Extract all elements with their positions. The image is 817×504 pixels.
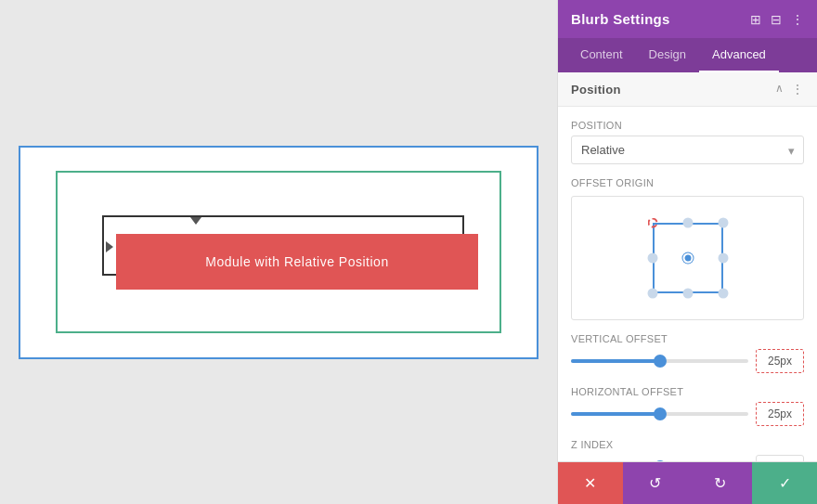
arrow-down-icon	[190, 217, 201, 225]
right-panel: Blurb Settings ⊞ ⊟ ⋮ Content Design Adva…	[557, 0, 817, 504]
columns-icon[interactable]: ⊟	[771, 12, 782, 27]
vertical-offset-track[interactable]	[571, 359, 748, 363]
section-header: Position ∧ ⋮	[558, 72, 817, 107]
arrow-right-icon	[106, 241, 113, 252]
canvas-area: Module with Relative Position	[0, 0, 557, 504]
horizontal-offset-fill	[571, 412, 660, 416]
vertical-offset-label: Vertical Offset	[571, 333, 804, 344]
panel-title: Blurb Settings	[571, 11, 670, 27]
collapse-icon[interactable]: ∧	[775, 82, 784, 97]
module-label: Module with Relative Position	[205, 254, 388, 269]
offset-origin-label: Offset Origin	[571, 177, 804, 188]
horizontal-offset-thumb[interactable]	[654, 407, 667, 420]
position-select-wrapper: Relative Static Absolute Fixed ▾	[571, 136, 804, 164]
bottom-bar: ✕ ↺ ↻ ✓	[558, 461, 817, 504]
panel-content: Position Relative Static Absolute Fixed …	[558, 107, 817, 461]
save-button[interactable]: ✓	[752, 462, 817, 504]
horizontal-offset-label: Horizontal Offset	[571, 386, 804, 397]
tab-design[interactable]: Design	[636, 38, 699, 72]
origin-dot-bot-left[interactable]	[647, 289, 657, 299]
header-icons: ⊞ ⊟ ⋮	[750, 12, 804, 27]
position-label: Position	[571, 120, 804, 131]
vertical-offset-input-row	[571, 349, 804, 373]
redo-button[interactable]: ↻	[688, 462, 753, 504]
panel-header: Blurb Settings ⊞ ⊟ ⋮	[558, 0, 817, 38]
z-index-row: Z Index	[571, 439, 804, 461]
menu-icon[interactable]: ⋮	[791, 12, 804, 27]
origin-grid	[642, 212, 734, 304]
module-container: Module with Relative Position	[93, 215, 464, 290]
horizontal-offset-row: Horizontal Offset	[571, 386, 804, 426]
origin-dot-top-right[interactable]	[718, 218, 728, 228]
vertical-offset-row: Vertical Offset	[571, 333, 804, 373]
section-icons: ∧ ⋮	[775, 82, 804, 97]
origin-grid-container	[571, 196, 804, 320]
vertical-offset-fill	[571, 359, 660, 363]
origin-dot-bot-right[interactable]	[718, 289, 728, 299]
origin-dot-bot-center[interactable]	[682, 289, 693, 299]
z-index-input[interactable]	[756, 455, 804, 461]
cancel-button[interactable]: ✕	[558, 462, 623, 504]
red-module: Module with Relative Position	[116, 234, 478, 290]
z-index-label: Z Index	[571, 439, 804, 450]
expand-icon[interactable]: ⊞	[750, 12, 761, 27]
tab-advanced[interactable]: Advanced	[699, 38, 779, 72]
horizontal-offset-input-row	[571, 402, 804, 426]
origin-dot-top-left[interactable]	[647, 218, 657, 228]
panel-tabs: Content Design Advanced	[558, 38, 817, 72]
undo-button[interactable]: ↺	[623, 462, 688, 504]
section-menu-icon[interactable]: ⋮	[791, 82, 804, 97]
outer-blue-box: Module with Relative Position	[19, 146, 538, 359]
horizontal-offset-input[interactable]	[756, 402, 804, 426]
section-title: Position	[571, 83, 621, 97]
origin-dot-center[interactable]	[682, 253, 693, 264]
origin-dot-top-center[interactable]	[682, 218, 693, 228]
origin-dot-mid-left[interactable]	[647, 253, 657, 264]
origin-dot-mid-right[interactable]	[718, 253, 728, 264]
horizontal-offset-track[interactable]	[571, 412, 748, 416]
z-index-input-row	[571, 455, 804, 461]
position-select[interactable]: Relative Static Absolute Fixed	[571, 136, 804, 164]
vertical-offset-thumb[interactable]	[654, 355, 667, 368]
tab-content[interactable]: Content	[567, 38, 636, 72]
vertical-offset-input[interactable]	[756, 349, 804, 373]
inner-green-box: Module with Relative Position	[56, 171, 501, 333]
